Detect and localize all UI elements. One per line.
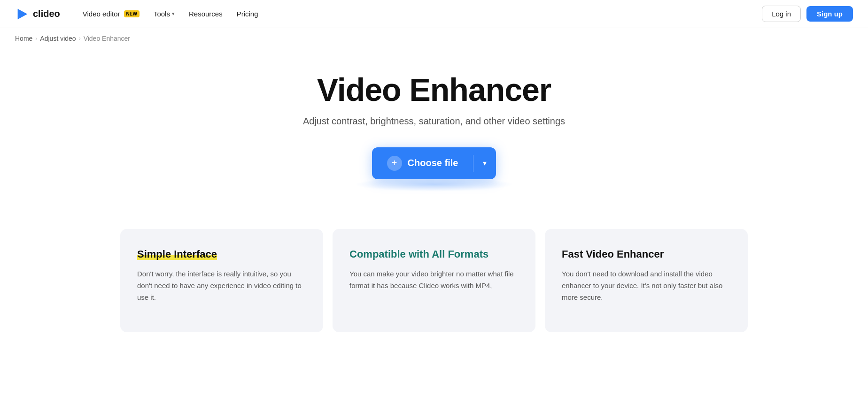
- main-nav: Video editor NEW Tools ▾ Resources Prici…: [77, 7, 762, 21]
- header-actions: Log in Sign up: [762, 6, 853, 22]
- choose-file-area: + Choose file ▾: [9, 147, 859, 191]
- logo[interactable]: clideo: [15, 7, 60, 21]
- nav-tools[interactable]: Tools ▾: [148, 7, 180, 21]
- feature-desc-compatible-formats: You can make your video brighter no matt…: [349, 268, 519, 292]
- svg-marker-0: [18, 8, 28, 19]
- breadcrumb-current: Video Enhancer: [84, 35, 130, 42]
- signup-button[interactable]: Sign up: [806, 6, 853, 22]
- choose-file-dropdown-button[interactable]: ▾: [473, 150, 496, 176]
- nav-tools-label: Tools: [154, 10, 170, 18]
- breadcrumb-adjust-video[interactable]: Adjust video: [40, 35, 76, 42]
- tools-chevron-icon: ▾: [172, 11, 175, 17]
- login-button[interactable]: Log in: [762, 6, 801, 22]
- new-badge: NEW: [124, 10, 140, 17]
- nav-video-editor-label: Video editor: [83, 10, 120, 18]
- dropdown-chevron-icon: ▾: [483, 159, 487, 168]
- nav-resources[interactable]: Resources: [183, 7, 228, 21]
- breadcrumb-separator-2: ›: [79, 35, 81, 42]
- logo-text: clideo: [33, 8, 60, 19]
- feature-title-fast-enhancer: Fast Video Enhancer: [562, 248, 731, 261]
- feature-desc-simple-interface: Don't worry, the interface is really int…: [137, 268, 306, 303]
- breadcrumb-separator-1: ›: [35, 35, 37, 42]
- feature-title-compatible-formats: Compatible with All Formats: [349, 248, 519, 261]
- header: clideo Video editor NEW Tools ▾ Resource…: [0, 0, 868, 28]
- hero-subtitle: Adjust contrast, brightness, saturation,…: [9, 116, 859, 127]
- feature-desc-fast-enhancer: You don't need to download and install t…: [562, 268, 731, 303]
- choose-file-label: Choose file: [408, 158, 458, 168]
- clideo-logo-icon: [15, 7, 29, 21]
- nav-pricing[interactable]: Pricing: [231, 7, 264, 21]
- nav-resources-label: Resources: [189, 10, 223, 18]
- plus-icon: +: [387, 156, 402, 171]
- feature-title-simple-interface: Simple Interface: [137, 248, 306, 261]
- choose-file-button[interactable]: + Choose file: [372, 147, 473, 179]
- hero-section: Video Enhancer Adjust contrast, brightne…: [0, 49, 868, 220]
- feature-card-fast-enhancer: Fast Video Enhancer You don't need to do…: [545, 229, 748, 332]
- breadcrumb-home[interactable]: Home: [15, 35, 32, 42]
- choose-file-button-group: + Choose file ▾: [372, 147, 496, 179]
- nav-pricing-label: Pricing: [237, 10, 258, 18]
- breadcrumb: Home › Adjust video › Video Enhancer: [0, 28, 868, 49]
- features-section: Simple Interface Don't worry, the interf…: [105, 220, 763, 332]
- feature-title-text: Simple Interface: [137, 248, 217, 260]
- button-glow: [354, 177, 514, 191]
- feature-card-simple-interface: Simple Interface Don't worry, the interf…: [120, 229, 323, 332]
- page-title: Video Enhancer: [9, 72, 859, 107]
- feature-card-compatible-formats: Compatible with All Formats You can make…: [333, 229, 535, 332]
- nav-video-editor[interactable]: Video editor NEW: [77, 7, 145, 21]
